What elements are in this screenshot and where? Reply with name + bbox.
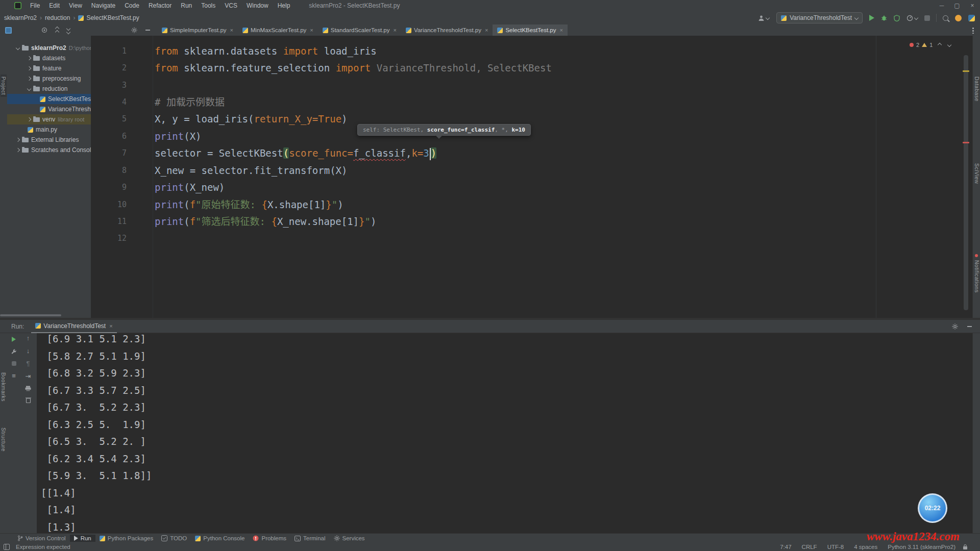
menu-navigate[interactable]: Navigate [87,0,120,11]
run-button[interactable] [869,15,874,21]
tree-item-variancethresholdtest[interactable]: VarianceThresholdTest.py [7,104,91,114]
tree-item-feature[interactable]: feature [7,63,91,73]
gutter-line-number[interactable]: 12 [91,230,127,247]
gutter-line-number[interactable]: 1 [91,43,127,60]
show-run-list-icon[interactable]: ≡ [12,372,16,380]
breadcrumb-folder[interactable]: reduction [45,14,70,21]
profiler-button[interactable] [906,15,918,21]
scroll-to-end-icon[interactable]: ⇥ [26,373,31,380]
inspections-widget[interactable]: 2 1 [910,42,951,48]
tree-item-selectkbesttest[interactable]: SelectKBestTest.py [7,94,91,104]
toolwindow-todo[interactable]: TODO [157,535,191,542]
close-tab-icon[interactable]: × [560,27,563,33]
tree-item-datasets[interactable]: datasets [7,53,91,63]
chevron-right-icon[interactable] [27,66,31,70]
indent-style[interactable]: 4 spaces [854,544,877,550]
chevron-right-icon[interactable] [27,56,31,60]
tool-window-switcher-icon[interactable] [4,544,10,550]
editor-scrollbar[interactable] [964,55,968,310]
stop-button[interactable] [924,15,930,21]
next-issue-icon[interactable] [947,43,951,47]
tree-item-external-libraries[interactable]: External Libraries [7,135,91,145]
python-interpreter[interactable]: Python 3.11 (sklearnPro2) [888,544,955,550]
run-console[interactable] [37,333,972,533]
down-stack-trace-icon[interactable]: ↓ [27,347,30,355]
stripe-database-tab[interactable]: Database [974,77,980,102]
gutter-line-number[interactable]: 9 [91,179,127,196]
gutter-line-number[interactable]: 3 [91,77,127,94]
menu-file[interactable]: File [26,0,44,11]
gutter-line-number[interactable]: 4 [91,94,127,111]
toolwindow-run[interactable]: Run [70,535,95,542]
run-configuration-select[interactable]: VarianceThresholdTest [776,12,863,23]
search-everywhere-icon[interactable] [943,15,948,21]
chevron-down-icon[interactable] [16,46,20,50]
expand-all-icon[interactable] [67,27,70,34]
tab-selectkbesttest[interactable]: SelectKBestTest.py × [493,24,568,36]
gutter-line-number[interactable]: 6 [91,128,127,145]
stripe-sciview-tab[interactable]: SciView [974,163,980,184]
close-tab-icon[interactable]: × [393,27,396,33]
clear-console-icon[interactable] [26,397,31,403]
chevron-right-icon[interactable] [16,138,20,142]
toolwindow-problems[interactable]: Problems [249,535,290,542]
error-stripe-mark[interactable] [963,142,969,143]
close-tab-icon[interactable]: × [109,323,112,329]
tree-item-sklearnpro2[interactable]: sklearnPro2 D:\python_pr [7,43,91,53]
close-tab-icon[interactable]: × [310,27,313,33]
hide-run-panel-icon[interactable] [967,326,972,327]
menu-run[interactable]: Run [176,0,197,11]
menu-vcs[interactable]: VCS [220,0,242,11]
maximize-button[interactable]: ▢ [949,0,965,11]
caret-position[interactable]: 7:47 [780,544,791,550]
tree-item-reduction[interactable]: reduction [7,84,91,94]
tree-item-mainpy[interactable]: main.py [7,124,91,135]
prev-issue-icon[interactable] [938,43,942,47]
menu-help[interactable]: Help [273,0,295,11]
file-encoding[interactable]: UTF-8 [827,544,844,550]
tab-standardscalertest[interactable]: StandardScalerTest.py × [318,24,401,36]
menu-window[interactable]: Window [242,0,273,11]
line-separator[interactable]: CRLF [802,544,817,550]
gutter-line-number[interactable]: 8 [91,162,127,179]
gutter-line-number[interactable]: 7 [91,145,127,162]
stripe-bookmarks-tab[interactable]: Bookmarks [1,372,7,402]
stripe-notifications-tab[interactable]: Notifications [974,260,980,293]
tab-simpleimputertest[interactable]: SimpleImputerTest.py × [157,24,238,36]
stop-process-button[interactable] [12,361,16,366]
menu-tools[interactable]: Tools [197,0,220,11]
minimize-button[interactable]: ─ [934,0,949,11]
tree-item-scratches[interactable]: Scratches and Consoles [7,145,91,155]
soft-wrap-icon[interactable]: ¶ [27,360,30,367]
chevron-right-icon[interactable] [27,117,31,121]
menu-view[interactable]: View [64,0,87,11]
toolwindow-version-control[interactable]: Version Control [13,535,70,542]
gutter-line-number[interactable]: 11 [91,213,127,230]
run-panel-settings-icon[interactable] [952,323,958,330]
toolwindow-terminal[interactable]: Terminal [290,535,329,542]
stripe-project-tab[interactable]: Project [1,74,7,97]
rerun-button[interactable] [12,337,16,342]
close-tab-icon[interactable]: × [485,27,488,33]
stripe-structure-tab[interactable]: Structure [1,428,7,452]
warning-stripe-mark[interactable] [963,70,969,72]
hide-panel-icon[interactable] [145,30,150,31]
chevron-right-icon[interactable] [27,77,31,81]
ide-settings-icon[interactable] [968,15,975,21]
collapse-all-icon[interactable] [56,27,59,34]
project-tool-icon[interactable] [5,27,12,34]
breadcrumb-file[interactable]: SelectKBestTest.py [86,14,139,21]
tab-variancethresholdtest[interactable]: VarianceThresholdTest.py × [401,24,493,36]
locate-file-icon[interactable] [41,27,47,33]
tree-item-venv[interactable]: venv library root [7,114,91,124]
editor-options-icon[interactable] [972,27,974,34]
lock-icon[interactable] [963,544,968,550]
code-with-me-icon[interactable] [758,15,769,21]
toolwindow-services[interactable]: Services [330,535,369,542]
chevron-right-icon[interactable] [16,148,20,152]
close-tab-icon[interactable]: × [230,27,233,33]
up-stack-trace-icon[interactable]: ↑ [27,335,30,342]
gutter-line-number[interactable]: 2 [91,60,127,77]
breadcrumb-project[interactable]: sklearnPro2 [4,14,37,21]
close-button[interactable]: × [965,0,980,11]
